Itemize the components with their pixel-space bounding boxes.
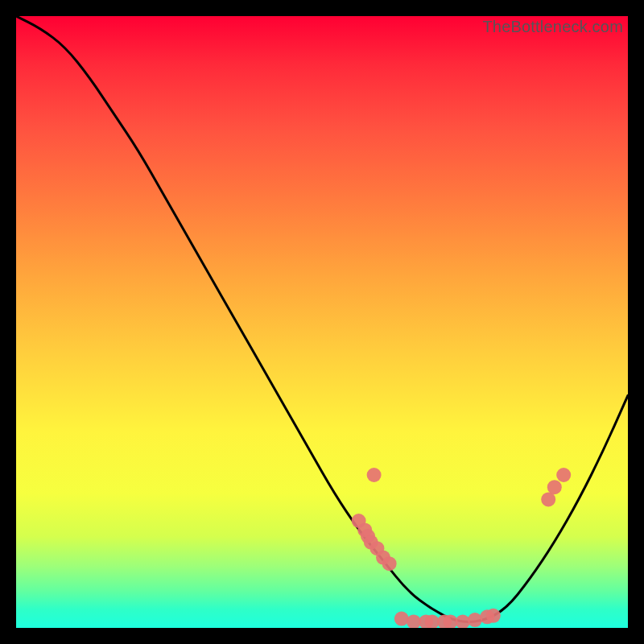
plot-area [16,16,628,628]
data-point [382,556,397,571]
data-point [367,468,382,482]
data-point [486,609,501,623]
data-point [456,614,470,628]
watermark-label: TheBottleneck.com [482,18,623,36]
data-point [556,468,571,482]
data-points [352,468,572,628]
data-point [468,613,482,627]
chart-frame: TheBottleneck.com [16,16,628,628]
bottleneck-curve [16,16,628,621]
data-point [394,612,409,626]
curve-path [16,16,628,621]
data-point [547,480,562,494]
chart-svg [16,16,628,628]
